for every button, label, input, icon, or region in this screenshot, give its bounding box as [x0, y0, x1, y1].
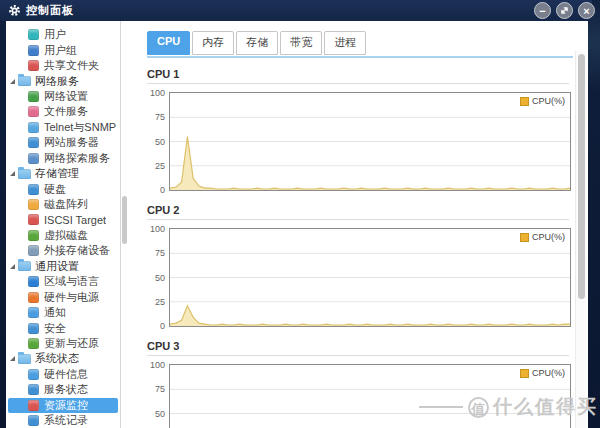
- y-tick-label: 75: [155, 248, 165, 258]
- chart-title: CPU 3: [147, 340, 569, 352]
- folder-icon: [18, 261, 31, 271]
- service-status-icon: [28, 384, 39, 395]
- expand-arrow-icon[interactable]: [10, 171, 15, 176]
- y-tick-label: 0: [160, 321, 165, 331]
- expand-arrow-icon[interactable]: [10, 356, 15, 361]
- chart-list: CPU 10255075100CPU(%)CPU 20255075100CPU(…: [147, 68, 588, 428]
- sidebar-item-label: 系统状态: [35, 351, 79, 366]
- gear-icon: [8, 4, 21, 17]
- update-restore-icon: [28, 338, 39, 349]
- sidebar-item-label: 网络服务: [35, 74, 79, 89]
- system-log-icon: [28, 415, 39, 426]
- tab-内存[interactable]: 内存: [192, 31, 234, 55]
- sidebar-item-label: 区域与语言: [44, 274, 99, 289]
- tab-存储[interactable]: 存储: [236, 31, 278, 55]
- folder-icon: [18, 169, 31, 179]
- chart-title-rule: [147, 355, 569, 356]
- sidebar-item-resource-monitor[interactable]: 资源监控: [8, 398, 118, 413]
- chart-body: 0255075100CPU(%): [147, 228, 569, 328]
- resize-button[interactable]: [556, 2, 573, 19]
- sidebar-item-service-status[interactable]: 服务状态: [8, 382, 118, 397]
- sidebar-item-network-settings[interactable]: 网络设置: [8, 89, 118, 104]
- y-tick-label: 50: [155, 409, 165, 419]
- virtual-disk-icon: [28, 230, 39, 241]
- legend-label: CPU(%): [532, 368, 565, 378]
- chart-title-rule: [147, 83, 569, 84]
- main-content: CPU内存存储带宽进程 CPU 10255075100CPU(%)CPU 202…: [128, 21, 588, 428]
- sidebar-item-iscsi-target[interactable]: ISCSI Target: [8, 212, 118, 227]
- sidebar-item-update-restore[interactable]: 更新与还原: [8, 336, 118, 351]
- sidebar-item-hardware-info[interactable]: 硬件信息: [8, 367, 118, 382]
- sidebar-item-web-server[interactable]: 网站服务器: [8, 135, 118, 150]
- close-button[interactable]: ×: [578, 2, 595, 19]
- sidebar-item-system-log[interactable]: 系统记录: [8, 413, 118, 428]
- chart-legend: CPU(%): [520, 232, 565, 242]
- sidebar-item-external-storage[interactable]: 外接存储设备: [8, 243, 118, 258]
- area-chart-svg: [170, 93, 570, 190]
- sidebar-item-label: 硬件信息: [44, 367, 88, 382]
- y-tick-label: 100: [150, 88, 165, 98]
- y-axis: 0255075100: [147, 228, 169, 328]
- sidebar-item-label: 共享文件夹: [44, 58, 99, 73]
- sidebar-item-region-language[interactable]: 区域与语言: [8, 274, 118, 289]
- y-tick-label: 25: [155, 297, 165, 307]
- y-tick-label: 50: [155, 137, 165, 147]
- network-settings-icon: [28, 91, 39, 102]
- plot-area: CPU(%): [169, 364, 571, 428]
- folder-icon: [18, 76, 31, 86]
- sidebar-item-label: 硬盘: [44, 182, 66, 197]
- sidebar-item-label: 存储管理: [35, 166, 79, 181]
- region-language-icon: [28, 276, 39, 287]
- sidebar-item-user[interactable]: 用户: [8, 27, 118, 42]
- tab-带宽[interactable]: 带宽: [280, 31, 322, 55]
- sidebar-item-shared-folder[interactable]: 共享文件夹: [8, 58, 118, 73]
- minimize-button[interactable]: −: [534, 2, 551, 19]
- sidebar-item-hard-disk[interactable]: 硬盘: [8, 181, 118, 196]
- sidebar-item-virtual-disk[interactable]: 虚拟磁盘: [8, 228, 118, 243]
- chart-block-cpu-3: CPU 30255075100CPU(%): [147, 340, 569, 428]
- sidebar-item-label: 文件服务: [44, 104, 88, 119]
- sidebar-item-folder[interactable]: 存储管理: [8, 166, 118, 181]
- sidebar-item-hardware-power[interactable]: 硬件与电源: [8, 289, 118, 304]
- y-tick-label: 75: [155, 112, 165, 122]
- sidebar-item-label: 系统记录: [44, 413, 88, 428]
- sidebar-item-security[interactable]: 安全: [8, 320, 118, 335]
- chart-legend: CPU(%): [520, 96, 565, 106]
- tab-CPU[interactable]: CPU: [147, 31, 190, 55]
- sidebar-scrollbar-thumb[interactable]: [122, 196, 127, 244]
- content-scrollbar-thumb[interactable]: [578, 54, 585, 299]
- sidebar-item-raid[interactable]: 磁盘阵列: [8, 197, 118, 212]
- user-group-icon: [28, 45, 39, 56]
- hardware-power-icon: [28, 292, 39, 303]
- security-icon: [28, 323, 39, 334]
- y-tick-label: 0: [160, 185, 165, 195]
- sidebar-item-label: 通知: [44, 305, 66, 320]
- sidebar-item-folder[interactable]: 网络服务: [8, 73, 118, 88]
- expand-arrow-icon[interactable]: [10, 264, 15, 269]
- area-chart-svg: [170, 229, 570, 326]
- hardware-info-icon: [28, 369, 39, 380]
- sidebar-item-folder[interactable]: 系统状态: [8, 351, 118, 366]
- legend-label: CPU(%): [532, 232, 565, 242]
- sidebar-item-label: 用户组: [44, 43, 77, 58]
- sidebar-item-folder[interactable]: 通用设置: [8, 259, 118, 274]
- sidebar-item-label: ISCSI Target: [44, 214, 106, 226]
- expand-arrow-icon[interactable]: [10, 79, 15, 84]
- sidebar-item-user-group[interactable]: 用户组: [8, 42, 118, 57]
- iscsi-target-icon: [28, 214, 39, 225]
- sidebar-item-label: 安全: [44, 321, 66, 336]
- sidebar-item-telnet-snmp[interactable]: Telnet与SNMP: [8, 120, 118, 135]
- sidebar-item-notification[interactable]: 通知: [8, 305, 118, 320]
- file-service-icon: [28, 106, 39, 117]
- sidebar-item-network-discovery[interactable]: 网络探索服务: [8, 151, 118, 166]
- sidebar-item-label: 网络探索服务: [44, 151, 110, 166]
- chart-body: 0255075100CPU(%): [147, 364, 569, 428]
- tab-进程[interactable]: 进程: [324, 31, 366, 55]
- y-axis: 0255075100: [147, 92, 169, 192]
- sidebar-scrollbar[interactable]: [120, 21, 128, 428]
- folder-icon: [18, 354, 31, 364]
- window-titlebar: 控制面板: [0, 0, 592, 21]
- sidebar-menu: 用户用户组共享文件夹网络服务网络设置文件服务Telnet与SNMP网站服务器网络…: [6, 21, 120, 428]
- sidebar-item-file-service[interactable]: 文件服务: [8, 104, 118, 119]
- sidebar-item-label: 磁盘阵列: [44, 197, 88, 212]
